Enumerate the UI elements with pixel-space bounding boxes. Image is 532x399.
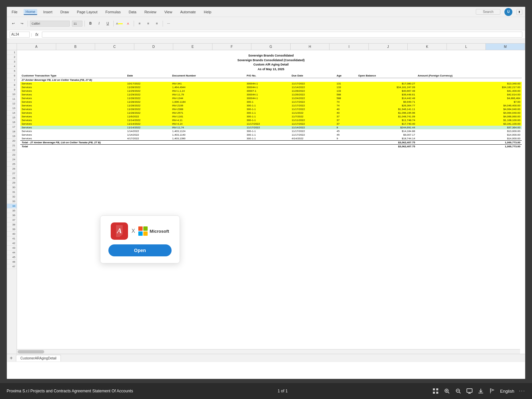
svg-rect-2	[436, 388, 438, 390]
zoom-out-icon[interactable]	[455, 388, 462, 394]
svg-text:A: A	[116, 226, 122, 235]
microsoft-logo-icon	[138, 226, 148, 236]
svg-rect-3	[433, 392, 435, 394]
download-icon[interactable]	[477, 388, 484, 394]
svg-line-10	[459, 392, 461, 393]
ms-square-blue	[138, 231, 143, 236]
svg-rect-1	[433, 388, 435, 390]
microsoft-brand: Microsoft	[138, 226, 169, 236]
popup-overlay: A X Microsoft Open	[7, 7, 525, 379]
acrobat-icon: A	[111, 222, 128, 240]
grid-icon[interactable]	[432, 388, 439, 394]
svg-line-6	[448, 392, 449, 393]
monitor-icon[interactable]	[466, 388, 473, 394]
popup-card: A X Microsoft Open	[100, 215, 180, 263]
microsoft-label: Microsoft	[150, 229, 169, 234]
svg-rect-12	[467, 389, 472, 392]
svg-rect-4	[436, 392, 438, 394]
more-options-button[interactable]: ···	[519, 388, 525, 394]
open-button[interactable]: Open	[108, 244, 172, 256]
language-label[interactable]: English	[500, 389, 514, 394]
ms-square-yellow	[143, 231, 148, 236]
popup-logos: A X Microsoft	[111, 222, 169, 240]
status-bar: Proxima S.r.l Projects and Contracts Agr…	[0, 383, 532, 399]
page-info: 1 of 1	[278, 389, 288, 393]
ms-square-red	[138, 226, 143, 231]
status-title: Proxima S.r.l Projects and Contracts Agr…	[7, 389, 133, 393]
flag-icon[interactable]	[489, 388, 495, 394]
cross-symbol: X	[131, 228, 135, 234]
ms-square-green	[143, 226, 148, 231]
status-right: English ···	[432, 388, 525, 394]
excel-window: File Home Insert Draw Page Layout Formul…	[7, 7, 525, 379]
zoom-in-icon[interactable]	[444, 388, 450, 394]
